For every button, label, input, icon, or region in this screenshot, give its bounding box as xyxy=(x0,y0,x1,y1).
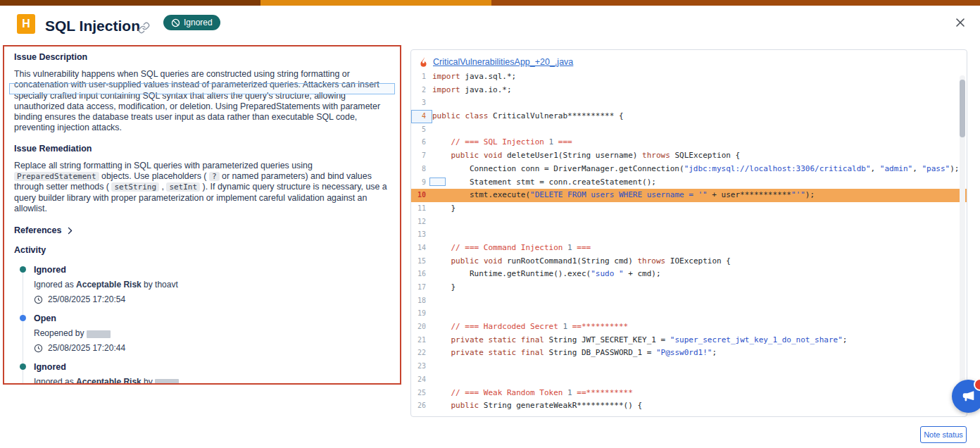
copy-link-icon[interactable] xyxy=(138,22,150,34)
code-scrollbar[interactable] xyxy=(960,75,965,413)
activity-status-label: Ignored xyxy=(34,362,390,372)
ban-icon xyxy=(171,18,180,27)
code-scrollbar-thumb[interactable] xyxy=(960,80,965,137)
status-badge[interactable]: Ignored xyxy=(163,15,220,30)
code-text: // === SQL Injection 1 === xyxy=(432,136,572,149)
note-status-button[interactable]: Note status xyxy=(920,426,967,443)
activity-timestamp: 25/08/2025 17:20:44 xyxy=(34,343,390,353)
code-line: 22 private static final String DB_PASSWO… xyxy=(411,347,967,360)
issue-description-text: This vulnerability happens when SQL quer… xyxy=(14,69,390,134)
code-line: 20 // === Hardcoded Secret 1 ==*********… xyxy=(411,321,967,334)
code-line: 16 Runtime.getRuntime().exec("sudo " + c… xyxy=(411,268,967,281)
line-number: 11 xyxy=(411,202,432,216)
close-icon[interactable] xyxy=(955,17,966,28)
flame-icon xyxy=(418,56,429,67)
redacted-username xyxy=(87,330,111,338)
activity-status-dot xyxy=(20,266,26,273)
line-number: 23 xyxy=(411,360,432,373)
line-number: 3 xyxy=(411,97,432,110)
code-text: Statement stmt = conn.createStatement(); xyxy=(432,176,656,189)
inline-code-chip: setString xyxy=(111,182,159,192)
code-text: public String generateWeakR**********() … xyxy=(432,399,642,413)
line-number: 8 xyxy=(411,163,432,176)
activity-detail: Ignored as Acceptable Risk by thoavt xyxy=(34,280,390,290)
references-label: References xyxy=(14,225,61,235)
activity-timestamp: 25/08/2025 17:20:54 xyxy=(34,294,390,304)
line-number: 19 xyxy=(411,307,432,321)
code-editor: 1import java.sql.*;2import java.io.*;34p… xyxy=(411,70,967,413)
code-line: 23 xyxy=(411,360,967,373)
inline-code-chip: setInt xyxy=(166,182,200,192)
code-text: // === Weak Random Token 1 ==********** xyxy=(432,387,633,400)
code-line: 18 xyxy=(411,294,967,308)
code-line: 1import java.sql.*; xyxy=(411,70,967,84)
line-number: 10 xyxy=(411,189,432,202)
chevron-right-icon xyxy=(66,227,74,235)
issue-remediation-heading: Issue Remediation xyxy=(14,144,390,154)
line-number: 20 xyxy=(411,321,432,334)
code-line: 24 xyxy=(411,373,967,387)
code-text: public void deleteUser1(String username)… xyxy=(432,149,740,163)
activity-heading: Activity xyxy=(14,245,390,255)
code-text: // === Hardcoded Secret 1 ==********** xyxy=(432,321,628,334)
code-line: 25 // === Weak Random Token 1 ==********… xyxy=(411,387,967,400)
code-text: public class CriticalVulnerab********** … xyxy=(432,110,624,123)
top-browser-stripe xyxy=(0,0,980,6)
code-text: Connection conn = DriverManager.getConne… xyxy=(432,163,959,176)
clock-icon xyxy=(34,344,43,353)
code-line: 7 public void deleteUser1(String usernam… xyxy=(411,149,967,163)
code-line: 15 public void runRootCommand1(String cm… xyxy=(411,255,967,268)
code-line: 12 xyxy=(411,216,967,229)
code-text: // === Command Injection 1 === xyxy=(432,242,591,255)
activity-status-label: Open xyxy=(34,313,390,323)
line-number: 25 xyxy=(411,387,432,400)
line-number: 14 xyxy=(411,242,432,255)
stripe-segment-left xyxy=(0,0,260,6)
line-number: 5 xyxy=(411,123,432,137)
issue-description-heading: Issue Description xyxy=(14,52,390,62)
code-text: private static final String DB_PASSWORD_… xyxy=(432,347,717,360)
code-line: 13 xyxy=(411,228,967,242)
activity-status-label: Ignored xyxy=(34,265,390,275)
code-text: public void runRootCommand1(String cmd) … xyxy=(432,255,731,268)
activity-timeline: IgnoredIgnored as Acceptable Risk by tho… xyxy=(20,265,390,385)
code-filename-link[interactable]: CriticalVulnerabilitiesApp_+20_.java xyxy=(433,57,573,67)
code-line: 19 xyxy=(411,307,967,321)
line-number: 6 xyxy=(411,136,432,149)
line-number: 22 xyxy=(411,347,432,360)
code-line: 17 } xyxy=(411,281,967,294)
stripe-segment-bright xyxy=(260,0,491,6)
activity-status-dot xyxy=(20,315,26,321)
references-toggle[interactable]: References xyxy=(14,225,74,235)
code-line: 14 // === Command Injection 1 === xyxy=(411,242,967,255)
code-text: import java.sql.*; xyxy=(432,70,516,84)
line-number: 2 xyxy=(411,84,432,97)
remediation-text: Replace all string formatting in SQL que… xyxy=(14,161,390,214)
line-number: 17 xyxy=(411,281,432,294)
line-number: 1 xyxy=(411,70,432,84)
code-line: 21 private static final String JWT_SECRE… xyxy=(411,334,967,347)
code-line: 5 xyxy=(411,123,967,137)
code-text: stmt.execute("DELETE FROM users WHERE us… xyxy=(432,189,815,202)
app-logo-letter: H xyxy=(22,18,30,30)
line-number: 15 xyxy=(411,255,432,268)
code-text: private static final String JWT_SECRET_K… xyxy=(432,334,847,347)
activity-detail: Reopened by xyxy=(34,328,390,338)
code-text: } xyxy=(432,202,456,216)
line-number: 9 xyxy=(411,176,432,189)
megaphone-icon xyxy=(961,389,976,404)
code-line: 4public class CriticalVulnerab**********… xyxy=(411,110,967,123)
code-line: 26 public String generateWeakR**********… xyxy=(411,399,967,413)
page-title: SQL Injection xyxy=(45,18,140,35)
activity-status-dot xyxy=(20,363,26,370)
line-number: 4 xyxy=(411,110,432,123)
code-line: 11 } xyxy=(411,202,967,216)
clock-icon xyxy=(34,295,43,304)
code-line-highlighted: 10 stmt.execute("DELETE FROM users WHERE… xyxy=(411,189,967,202)
code-text: import java.io.*; xyxy=(432,84,512,97)
inline-code-chip: ? xyxy=(209,172,220,181)
header: H SQL Injection Ignored xyxy=(0,6,980,45)
line-number: 26 xyxy=(411,399,432,413)
redacted-username xyxy=(155,379,179,385)
code-line: 6 // === SQL Injection 1 === xyxy=(411,136,967,149)
